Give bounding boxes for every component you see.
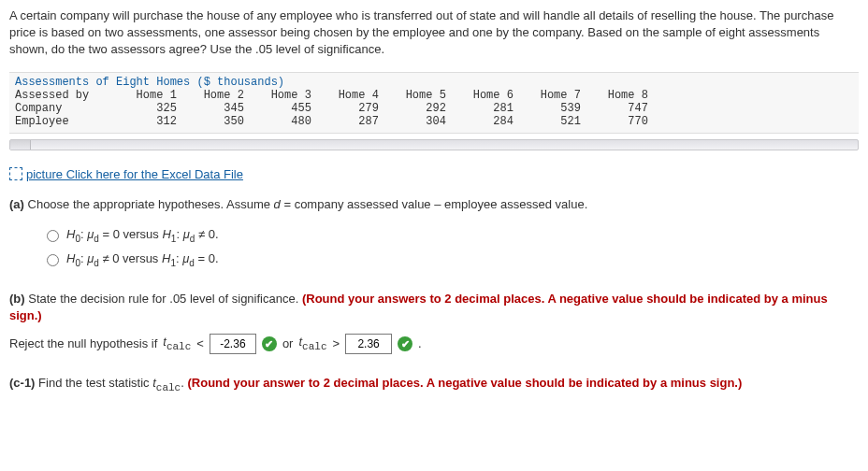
option-1-text: H0: μd = 0 versus H1: μd ≠ 0. [66, 226, 219, 246]
excel-data-link[interactable]: picture Click here for the Excel Data Fi… [9, 167, 243, 181]
t-calc-symbol: tcalc [298, 334, 326, 354]
less-than: < [196, 335, 204, 352]
horizontal-scrollbar[interactable] [9, 139, 859, 150]
part-b: (b) State the decision rule for .05 leve… [9, 291, 859, 354]
part-c1-label: (c-1) [9, 376, 35, 390]
radio-option-2[interactable] [47, 254, 59, 266]
upper-bound-input[interactable] [345, 334, 392, 354]
problem-intro: A certain company will purchase the hous… [9, 7, 859, 59]
t-calc-symbol: tcalc [152, 376, 181, 390]
greater-than: > [332, 335, 340, 352]
part-a: (a) Choose the appropriate hypotheses. A… [9, 196, 859, 270]
picture-placeholder-icon [9, 167, 22, 180]
or-text: or [282, 335, 294, 352]
excel-link-text: picture Click here for the Excel Data Fi… [26, 167, 243, 181]
part-a-prompt: Choose the appropriate hypotheses. Assum… [28, 197, 588, 211]
table-header-row: Assessed by Home 1 Home 2 Home 3 Home 4 … [15, 89, 853, 102]
decision-rule-row: Reject the null hypothesis if tcalc < ✔ … [9, 334, 859, 354]
option-2-text: H0: μd ≠ 0 versus H1: μd = 0. [66, 250, 219, 270]
radio-option-1[interactable] [47, 230, 59, 242]
part-a-label: (a) [9, 197, 24, 211]
table-row: Employee 312 350 480 287 304 284 521 770 [15, 115, 853, 128]
hypothesis-options: H0: μd = 0 versus H1: μd ≠ 0. H0: μd ≠ 0… [47, 226, 859, 270]
assessment-table: Assessments of Eight Homes ($ thousands)… [9, 72, 859, 134]
check-icon: ✔ [262, 336, 277, 351]
rule-prefix: Reject the null hypothesis if [9, 335, 157, 352]
part-c1: (c-1) Find the test statistic tcalc. (Ro… [9, 375, 859, 395]
period: . [418, 335, 422, 352]
scrollbar-thumb[interactable] [10, 140, 31, 150]
hypothesis-option-1[interactable]: H0: μd = 0 versus H1: μd ≠ 0. [47, 226, 859, 246]
part-c1-hint: (Round your answer to 2 decimal places. … [187, 376, 742, 390]
part-c1-prompt: Find the test statistic [38, 376, 152, 390]
lower-bound-input[interactable] [210, 334, 256, 354]
t-calc-symbol: tcalc [163, 334, 191, 354]
part-b-prompt: State the decision rule for .05 level of… [28, 292, 298, 306]
suffix: . [181, 376, 184, 390]
table-title: Assessments of Eight Homes ($ thousands) [15, 76, 853, 89]
hypothesis-option-2[interactable]: H0: μd ≠ 0 versus H1: μd = 0. [47, 250, 859, 270]
table-row: Company 325 345 455 279 292 281 539 747 [15, 102, 853, 115]
part-b-label: (b) [9, 292, 25, 306]
check-icon: ✔ [398, 336, 412, 351]
